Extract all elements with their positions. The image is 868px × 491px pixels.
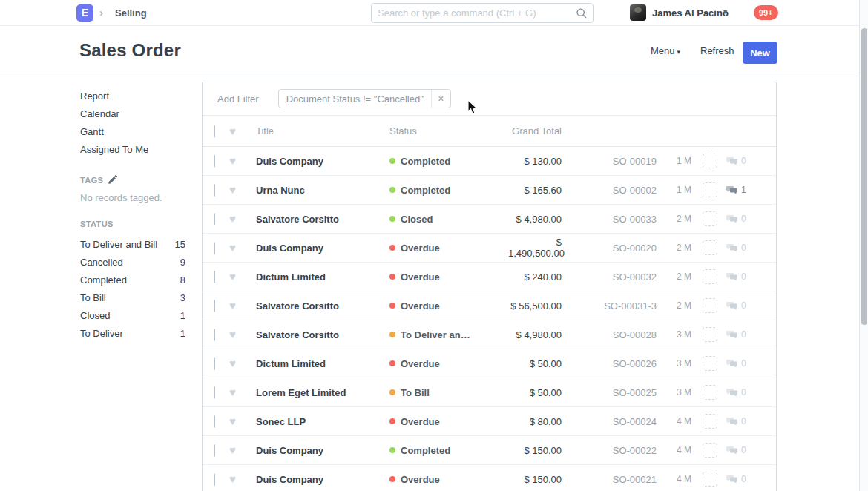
status-filter-item[interactable]: Closed 1 xyxy=(80,307,185,325)
like-heart-icon[interactable]: ♥ xyxy=(229,329,241,340)
like-heart-icon[interactable]: ♥ xyxy=(229,271,241,282)
table-row[interactable]: ♥ Salvatore Corsitto To Deliver an… $ 4,… xyxy=(203,320,776,349)
status-filter-item[interactable]: To Deliver 1 xyxy=(80,325,185,343)
like-heart-icon[interactable]: ♥ xyxy=(229,185,241,195)
sidebar-view-item[interactable]: Gantt xyxy=(80,123,185,141)
row-comments[interactable]: 0 xyxy=(726,243,746,253)
row-title[interactable]: Duis Company xyxy=(256,156,389,167)
row-title[interactable]: Salvatore Corsitto xyxy=(256,329,389,340)
row-comments[interactable]: 0 xyxy=(726,474,746,484)
table-row[interactable]: ♥ Salvatore Corsitto Overdue $ 56,500.00… xyxy=(203,291,776,320)
row-comments[interactable]: 0 xyxy=(726,445,746,455)
row-comments[interactable]: 0 xyxy=(726,214,746,224)
assignee-placeholder[interactable] xyxy=(703,327,717,342)
table-row[interactable]: ♥ Salvatore Corsitto Closed $ 4,980.00 S… xyxy=(203,205,776,234)
assignee-placeholder[interactable] xyxy=(703,414,717,429)
like-heart-icon[interactable]: ♥ xyxy=(229,474,241,484)
page-scrollbar[interactable] xyxy=(859,0,868,491)
row-title[interactable]: Duis Company xyxy=(256,474,389,485)
sidebar-view-item[interactable]: Calendar xyxy=(80,105,185,123)
header-status[interactable]: Status xyxy=(389,125,508,136)
user-avatar[interactable] xyxy=(630,4,646,21)
row-document-id[interactable]: SO-00022 xyxy=(562,445,657,456)
like-heart-icon[interactable]: ♥ xyxy=(229,445,241,455)
row-title[interactable]: Sonec LLP xyxy=(256,416,389,427)
row-title[interactable]: Urna Nunc xyxy=(256,185,389,196)
like-heart-icon[interactable]: ♥ xyxy=(229,416,241,426)
table-row[interactable]: ♥ Duis Company Overdue $ 150.00 SO-00021… xyxy=(203,465,776,491)
add-filter-button[interactable]: Add Filter xyxy=(217,93,259,105)
like-heart-icon[interactable]: ♥ xyxy=(229,387,241,398)
row-document-id[interactable]: SO-00026 xyxy=(562,358,657,369)
row-checkbox[interactable] xyxy=(214,386,215,399)
row-comments[interactable]: 0 xyxy=(726,156,746,166)
row-document-id[interactable]: SO-00020 xyxy=(562,243,657,254)
row-title[interactable]: Dictum Limited xyxy=(256,271,389,283)
assignee-placeholder[interactable] xyxy=(703,211,717,226)
status-filter-item[interactable]: To Bill 3 xyxy=(80,289,185,307)
table-row[interactable]: ♥ Sonec LLP Overdue $ 80.00 SO-00024 4 M… xyxy=(203,407,776,436)
row-document-id[interactable]: SO-00031-3 xyxy=(562,300,657,312)
assignee-placeholder[interactable] xyxy=(703,182,717,197)
row-checkbox[interactable] xyxy=(214,473,215,486)
row-document-id[interactable]: SO-00028 xyxy=(562,329,657,340)
status-filter-item[interactable]: Completed 8 xyxy=(80,271,185,289)
row-document-id[interactable]: SO-00021 xyxy=(562,474,657,485)
user-name[interactable]: James Al Pacino xyxy=(652,7,729,19)
select-all-checkbox[interactable] xyxy=(214,125,215,138)
table-row[interactable]: ♥ Duis Company Overdue $ 1,490,500.00 SO… xyxy=(203,234,776,263)
row-checkbox[interactable] xyxy=(214,271,215,283)
row-comments[interactable]: 0 xyxy=(726,300,746,311)
assignee-placeholder[interactable] xyxy=(703,385,717,400)
like-heart-icon[interactable]: ♥ xyxy=(229,358,241,369)
row-comments[interactable]: 1 xyxy=(726,185,746,195)
active-filter-chip[interactable]: Document Status != "Cancelled" ✕ xyxy=(278,89,451,108)
assignee-placeholder[interactable] xyxy=(703,240,717,255)
row-title[interactable]: Duis Company xyxy=(256,445,389,456)
like-heart-icon[interactable]: ♥ xyxy=(229,243,241,253)
assignee-placeholder[interactable] xyxy=(703,472,717,487)
row-title[interactable]: Duis Company xyxy=(256,243,389,254)
row-document-id[interactable]: SO-00032 xyxy=(562,271,657,283)
row-comments[interactable]: 0 xyxy=(726,271,746,282)
new-button[interactable]: New xyxy=(743,42,777,64)
row-comments[interactable]: 0 xyxy=(726,416,746,426)
assignee-placeholder[interactable] xyxy=(703,298,717,313)
remove-filter-icon[interactable]: ✕ xyxy=(431,90,450,108)
row-document-id[interactable]: SO-00033 xyxy=(562,214,657,225)
sidebar-view-item[interactable]: Report xyxy=(80,88,185,105)
row-title[interactable]: Lorem Eget Limited xyxy=(256,387,389,398)
table-row[interactable]: ♥ Dictum Limited Overdue $ 240.00 SO-000… xyxy=(203,263,776,291)
row-document-id[interactable]: SO-00019 xyxy=(562,156,657,167)
table-row[interactable]: ♥ Duis Company Completed $ 150.00 SO-000… xyxy=(203,436,776,465)
row-checkbox[interactable] xyxy=(214,415,215,428)
user-menu-caret-icon[interactable]: ▾ xyxy=(723,7,727,16)
row-checkbox[interactable] xyxy=(214,444,215,457)
header-title[interactable]: Title xyxy=(256,125,389,136)
refresh-button[interactable]: Refresh xyxy=(700,45,734,56)
row-document-id[interactable]: SO-00002 xyxy=(562,185,657,196)
row-checkbox[interactable] xyxy=(214,213,215,225)
row-checkbox[interactable] xyxy=(214,184,215,197)
row-comments[interactable]: 0 xyxy=(726,387,746,398)
assignee-placeholder[interactable] xyxy=(703,269,717,284)
breadcrumb[interactable]: Selling xyxy=(115,7,147,19)
assignee-placeholder[interactable] xyxy=(703,154,717,168)
like-heart-icon[interactable]: ♥ xyxy=(229,214,241,224)
like-heart-icon[interactable]: ♥ xyxy=(229,156,241,166)
liked-by-header-heart-icon[interactable]: ♥ xyxy=(229,126,241,136)
table-row[interactable]: ♥ Lorem Eget Limited To Bill $ 50.00 SO-… xyxy=(203,378,776,407)
notification-badge[interactable]: 99+ xyxy=(754,5,778,20)
row-checkbox[interactable] xyxy=(214,300,215,312)
menu-button[interactable]: Menu▾ xyxy=(651,45,680,56)
filter-chip-text[interactable]: Document Status != "Cancelled" xyxy=(279,93,431,105)
scrollbar-thumb[interactable] xyxy=(861,28,867,325)
assignee-placeholder[interactable] xyxy=(703,443,717,458)
search-input[interactable] xyxy=(372,4,561,22)
row-comments[interactable]: 0 xyxy=(726,329,746,340)
row-comments[interactable]: 0 xyxy=(726,358,746,369)
row-checkbox[interactable] xyxy=(214,357,215,370)
table-row[interactable]: ♥ Urna Nunc Completed $ 165.60 SO-00002 … xyxy=(203,176,776,205)
table-row[interactable]: ♥ Dictum Limited Overdue $ 50.00 SO-0002… xyxy=(203,349,776,378)
row-checkbox[interactable] xyxy=(214,242,215,254)
